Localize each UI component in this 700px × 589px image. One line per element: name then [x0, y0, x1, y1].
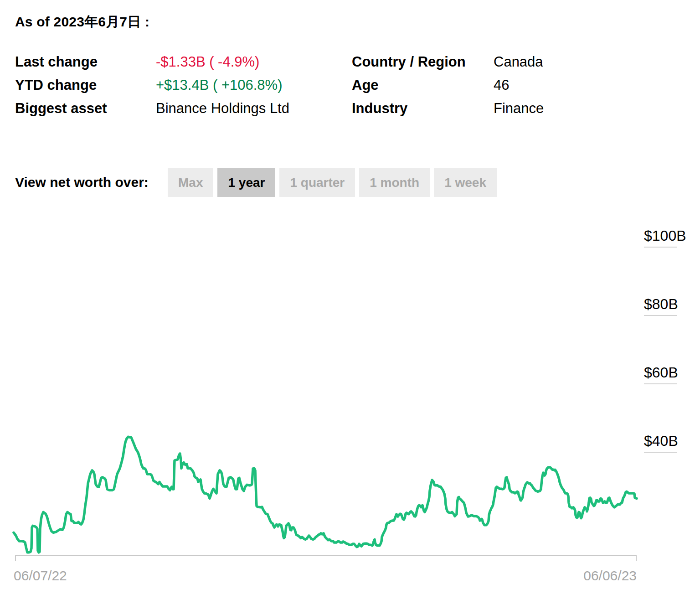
stat-value-last-change: -$1.33B ( -4.9%) — [156, 54, 259, 70]
stat-value-age: 46 — [494, 77, 509, 93]
stat-value-industry: Finance — [494, 100, 544, 117]
view-net-worth-label: View net worth over: — [15, 175, 149, 190]
stats-row: Last change -$1.33B ( -4.9%) Country / R… — [0, 54, 700, 74]
y-tick-label: $40B — [644, 432, 678, 450]
stat-value-biggest-asset: Binance Holdings Ltd — [156, 100, 289, 117]
stat-label-age: Age — [352, 77, 379, 93]
y-tick-underline — [644, 383, 677, 384]
x-axis-start-date: 06/07/22 — [14, 568, 67, 584]
stats-row: Biggest asset Binance Holdings Ltd Indus… — [0, 100, 700, 120]
stat-label-industry: Industry — [352, 100, 407, 117]
networth-line — [14, 437, 637, 553]
page: { "as_of": "As of 2023年6月7日 :", "stats":… — [0, 0, 700, 589]
range-button-1-month[interactable]: 1 month — [359, 168, 430, 197]
y-tick-label: $100B — [644, 227, 686, 244]
x-axis-line — [15, 556, 636, 561]
stat-label-country-region: Country / Region — [352, 54, 466, 70]
as-of-date: As of 2023年6月7日 : — [15, 13, 149, 31]
stat-label-biggest-asset: Biggest asset — [15, 100, 107, 117]
range-button-1-year[interactable]: 1 year — [217, 168, 275, 197]
y-tick-underline — [644, 247, 677, 248]
y-tick-underline — [644, 452, 677, 453]
y-tick-underline — [644, 315, 677, 316]
y-tick-label: $80B — [644, 295, 678, 313]
range-button-1-quarter[interactable]: 1 quarter — [279, 168, 355, 197]
range-button-1-week[interactable]: 1 week — [434, 168, 497, 197]
range-button-max[interactable]: Max — [168, 168, 213, 197]
stat-value-ytd-change: +$13.4B ( +106.8%) — [156, 77, 282, 93]
x-axis-end-date: 06/06/23 — [583, 568, 637, 584]
range-buttons: Max1 year1 quarter1 month1 week — [168, 168, 497, 197]
stats-row: YTD change +$13.4B ( +106.8%) Age 46 — [0, 77, 700, 97]
y-tick-label: $60B — [644, 364, 678, 381]
stat-label-ytd-change: YTD change — [15, 77, 97, 93]
stat-label-last-change: Last change — [15, 54, 98, 70]
stat-value-country-region: Canada — [494, 54, 543, 70]
